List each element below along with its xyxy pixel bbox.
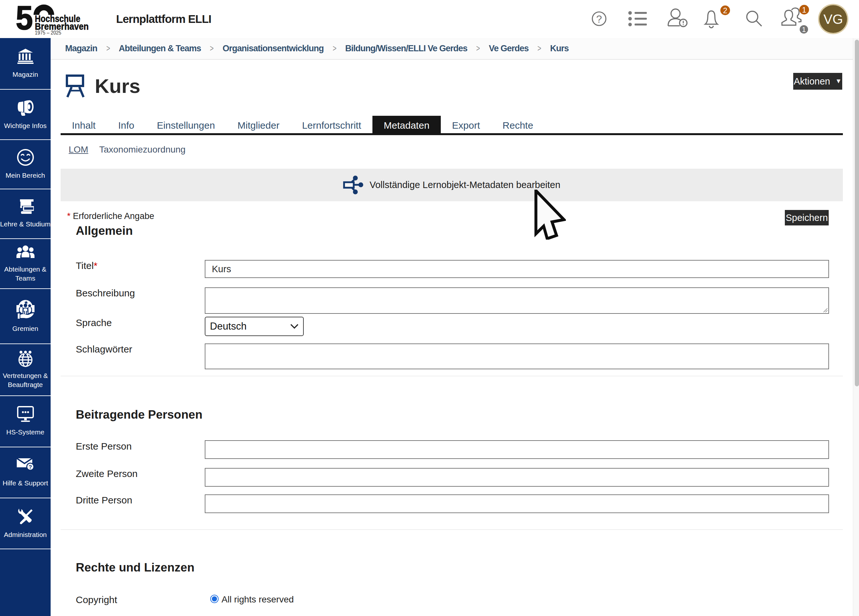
svg-text:?: ? — [28, 464, 31, 470]
svg-text:VG: VG — [823, 12, 843, 27]
svg-text:?: ? — [596, 13, 602, 25]
svg-text:1: 1 — [802, 25, 806, 34]
svg-text:2: 2 — [723, 6, 727, 15]
svg-text:1975 – 2025: 1975 – 2025 — [35, 30, 61, 36]
svg-text:1: 1 — [802, 5, 806, 14]
svg-text:5: 5 — [16, 3, 33, 36]
